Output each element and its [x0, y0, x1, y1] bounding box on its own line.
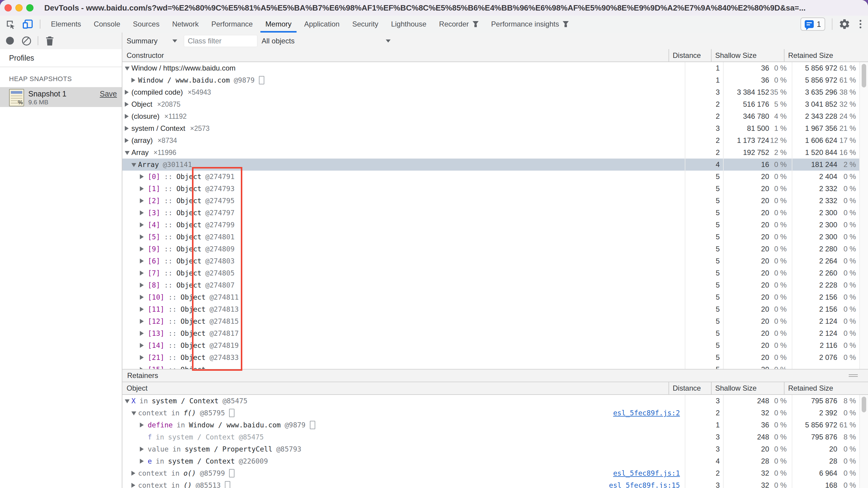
expand-arrow-icon[interactable] — [125, 90, 129, 95]
heap-scrollbar[interactable] — [859, 62, 868, 369]
tab-lighthouse[interactable]: Lighthouse — [384, 16, 433, 33]
source-link[interactable]: esl_5fec89f.js:15 — [609, 481, 680, 488]
column-header-shallow-size[interactable]: Shallow Size — [711, 49, 784, 61]
issues-counter[interactable]: 1 — [801, 18, 825, 31]
distance-value: 5 — [685, 341, 723, 349]
drag-handle-icon[interactable] — [849, 373, 858, 378]
array-index: [6] — [148, 257, 160, 265]
retainer-row[interactable]: Xinsystem / Context@8547532480 %795 8768… — [122, 395, 868, 407]
retainer-row[interactable]: valueinsystem / PropertyCell@857933200 %… — [122, 443, 868, 455]
column-header-distance[interactable]: Distance — [669, 382, 711, 394]
source-link[interactable]: esl_5fec89f.js:1 — [613, 469, 680, 477]
expand-arrow-icon[interactable] — [140, 295, 144, 300]
expand-arrow-icon[interactable] — [140, 447, 144, 452]
instance-count: ×2573 — [190, 124, 210, 133]
table-row[interactable]: Window / www.baidu.com@98791360 %5 856 9… — [122, 74, 868, 86]
toggle-device-toolbar-icon[interactable] — [21, 18, 34, 31]
expand-arrow-icon[interactable] — [140, 235, 144, 239]
expand-arrow-icon[interactable] — [140, 199, 144, 203]
more-options-menu-icon[interactable] — [858, 19, 863, 30]
tab-recorder[interactable]: Recorder — [433, 16, 485, 33]
column-header-constructor[interactable]: Constructor — [122, 49, 669, 61]
tab-console[interactable]: Console — [87, 16, 127, 33]
column-header-retained-size[interactable]: Retained Size — [784, 49, 856, 61]
settings-gear-icon[interactable] — [838, 18, 850, 30]
separator: :: — [164, 197, 173, 205]
tab-performance[interactable]: Performance — [205, 16, 259, 33]
expand-arrow-icon[interactable] — [131, 483, 135, 488]
tab-memory[interactable]: Memory — [259, 16, 298, 33]
expand-arrow-icon[interactable] — [125, 102, 129, 107]
expand-arrow-icon[interactable] — [125, 126, 129, 131]
delete-profile-icon[interactable] — [45, 36, 54, 46]
tab-elements[interactable]: Elements — [44, 16, 87, 33]
table-row[interactable]: system / Context×2573381 5001 %1 967 356… — [122, 122, 868, 134]
column-header-shallow-size[interactable]: Shallow Size — [711, 382, 784, 394]
collapse-arrow-icon[interactable] — [131, 411, 136, 415]
expand-arrow-icon[interactable] — [140, 459, 144, 464]
table-row[interactable]: (array)×873421 173 72412 %1 606 62417 % — [122, 134, 868, 147]
retainers-bar[interactable]: Retainers — [122, 369, 868, 382]
object-name: system / Context — [168, 457, 235, 465]
expand-arrow-icon[interactable] — [125, 114, 129, 119]
table-row[interactable]: Array×119962192 7522 %1 520 84416 % — [122, 147, 868, 158]
column-header-object[interactable]: Object — [122, 382, 669, 394]
retainer-row[interactable]: contextin()@85513esl_5fec89f.js:153320 %… — [122, 479, 868, 488]
expand-arrow-icon[interactable] — [140, 343, 144, 348]
column-header-distance[interactable]: Distance — [669, 49, 711, 61]
collapse-arrow-icon[interactable] — [125, 67, 130, 70]
retainer-row[interactable]: einsystem / Context@2260094280 %280 % — [122, 455, 868, 467]
table-row[interactable]: Object×208752516 1765 %3 041 85232 % — [122, 98, 868, 110]
expand-arrow-icon[interactable] — [131, 78, 135, 83]
tab-application[interactable]: Application — [298, 16, 346, 33]
tab-performance-insights[interactable]: Performance insights — [485, 16, 575, 33]
collapse-arrow-icon[interactable] — [131, 163, 136, 167]
retained-size-value: 2 332 — [792, 184, 837, 193]
table-row[interactable]: (compiled code)×5494333 384 15235 %3 635… — [122, 86, 868, 98]
tab-security[interactable]: Security — [346, 16, 385, 33]
column-header-retained-size[interactable]: Retained Size — [784, 382, 856, 394]
expand-arrow-icon[interactable] — [140, 307, 144, 312]
retainers-scrollbar[interactable] — [859, 395, 868, 488]
perspective-select[interactable]: Summary — [127, 37, 177, 45]
object-filter-select[interactable]: All objects — [261, 37, 391, 45]
class-filter-input[interactable] — [184, 35, 257, 47]
retained-size-percent: 0 % — [837, 173, 860, 181]
maximize-window-button[interactable] — [26, 4, 33, 11]
minimize-window-button[interactable] — [16, 4, 23, 11]
expand-arrow-icon[interactable] — [140, 319, 144, 324]
expand-arrow-icon[interactable] — [131, 471, 135, 476]
expand-arrow-icon[interactable] — [140, 247, 144, 251]
expand-arrow-icon[interactable] — [140, 355, 144, 360]
take-heap-snapshot-button[interactable] — [6, 37, 14, 44]
expand-arrow-icon[interactable] — [140, 283, 144, 287]
collapse-arrow-icon[interactable] — [125, 151, 130, 155]
clear-profiles-icon[interactable] — [22, 36, 31, 45]
expand-arrow-icon[interactable] — [140, 210, 144, 215]
table-row[interactable]: (closure)×111922346 7804 %2 343 22824 % — [122, 110, 868, 122]
collapse-arrow-icon[interactable] — [125, 399, 130, 403]
source-link[interactable]: esl_5fec89f.js:2 — [613, 409, 680, 417]
scrollbar-thumb[interactable] — [862, 64, 866, 87]
save-snapshot-link[interactable]: Save — [100, 90, 117, 98]
retained-size-percent: 0 % — [837, 221, 860, 229]
expand-arrow-icon[interactable] — [140, 331, 144, 336]
expand-arrow-icon[interactable] — [140, 258, 144, 264]
expand-arrow-icon[interactable] — [140, 174, 144, 179]
table-row[interactable]: Window / https://www.baidu.com1360 %5 85… — [122, 62, 868, 74]
expand-arrow-icon[interactable] — [140, 423, 144, 427]
sidebar-item-snapshot-1[interactable]: % Snapshot 1 9.6 MB Save — [0, 87, 122, 107]
expand-arrow-icon[interactable] — [140, 271, 144, 275]
retainer-row[interactable]: contextinf()@85795esl_5fec89f.js:22320 %… — [122, 407, 868, 419]
expand-arrow-icon[interactable] — [140, 186, 144, 191]
expand-arrow-icon[interactable] — [140, 222, 144, 227]
scrollbar-thumb[interactable] — [862, 397, 866, 413]
expand-arrow-icon[interactable] — [125, 138, 129, 143]
retainer-row[interactable]: contextino()@85799esl_5fec89f.js:12320 %… — [122, 467, 868, 479]
tab-sources[interactable]: Sources — [127, 16, 166, 33]
tab-network[interactable]: Network — [166, 16, 205, 33]
inspect-element-icon[interactable] — [4, 18, 17, 31]
retainer-row[interactable]: finsystem / Context@8547532480 %795 8768… — [122, 431, 868, 443]
close-window-button[interactable] — [4, 4, 12, 11]
retainer-row[interactable]: defineinWindow / www.baidu.com@98791360 … — [122, 419, 868, 431]
